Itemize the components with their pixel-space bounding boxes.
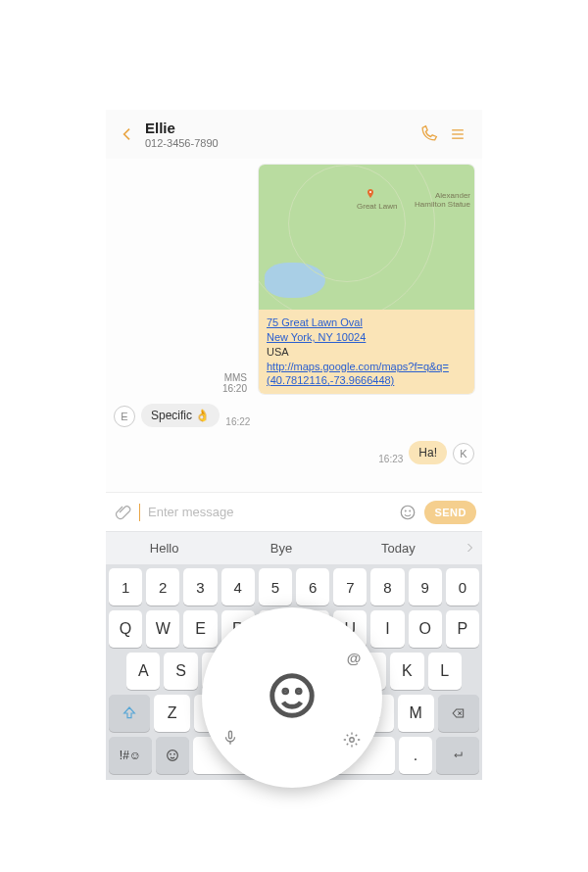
location-address[interactable]: 75 Great Lawn Oval New York, NY 10024 US… (259, 310, 474, 394)
key-3[interactable]: 3 (183, 568, 217, 606)
backspace-key[interactable] (438, 695, 479, 732)
svg-point-12 (272, 676, 313, 716)
enter-key[interactable] (436, 737, 479, 774)
backspace-icon (450, 706, 467, 720)
svg-point-3 (369, 191, 371, 193)
shift-icon (122, 705, 137, 721)
symbols-key[interactable]: !#☺ (109, 737, 152, 774)
key-e[interactable]: E (183, 610, 217, 648)
period-key[interactable]: . (399, 737, 432, 774)
map-pin-label: Great Lawn (357, 202, 397, 211)
key-0[interactable]: 0 (446, 568, 479, 606)
contact-title-block[interactable]: Ellie 012-3456-7890 (145, 120, 414, 149)
enter-icon (449, 749, 466, 762)
key-w[interactable]: W (146, 610, 179, 648)
popup-emoji-option[interactable] (266, 669, 318, 726)
key-8[interactable]: 8 (370, 568, 404, 606)
svg-point-10 (171, 753, 172, 754)
popup-voice-option[interactable] (220, 727, 241, 749)
suggestion-1[interactable]: Hello (106, 541, 222, 556)
key-2[interactable]: 2 (146, 568, 179, 606)
svg-point-14 (297, 690, 300, 693)
key-z[interactable]: Z (154, 695, 190, 732)
key-s[interactable]: S (164, 653, 197, 690)
key-q[interactable]: Q (109, 610, 142, 648)
key-i[interactable]: I (370, 610, 404, 648)
send-button[interactable]: SEND (424, 501, 476, 524)
message-row-outgoing: 16:23 Ha! K (114, 441, 474, 464)
address-line2[interactable]: New York, NY 10024 (267, 330, 466, 345)
mms-label: MMS (224, 372, 247, 383)
microphone-icon (221, 729, 239, 747)
key-1[interactable]: 1 (109, 568, 142, 606)
call-button[interactable] (414, 120, 443, 149)
paperclip-icon (114, 504, 131, 521)
key-6[interactable]: 6 (296, 568, 329, 606)
svg-point-9 (168, 751, 178, 761)
smile-icon (399, 504, 416, 521)
keyboard-longpress-popup[interactable]: @ (202, 607, 382, 788)
contact-name: Ellie (145, 120, 414, 136)
suggestion-more[interactable] (457, 541, 482, 557)
shift-key[interactable] (109, 695, 150, 732)
avatar-outgoing[interactable]: K (453, 443, 474, 464)
smile-icon (266, 669, 318, 722)
phone-icon (418, 124, 438, 144)
outgoing-bubble[interactable]: Ha! (409, 441, 447, 464)
outgoing-time: 16:23 (378, 454, 403, 464)
svg-point-13 (284, 690, 287, 693)
message-input[interactable] (148, 505, 391, 519)
conversation-header: Ellie 012-3456-7890 (106, 110, 482, 159)
key-a[interactable]: A (126, 653, 160, 690)
smile-icon (165, 748, 180, 763)
avatar-incoming[interactable]: E (114, 406, 135, 427)
text-caret (139, 504, 140, 521)
message-composer: SEND (106, 492, 482, 531)
svg-point-4 (402, 506, 416, 519)
suggestion-3[interactable]: Today (340, 541, 457, 556)
chevron-right-icon (464, 542, 475, 554)
back-button[interactable] (116, 122, 139, 146)
svg-point-17 (350, 738, 355, 743)
map-url-line1[interactable]: http://maps.google.com/maps?f=q&q= (267, 360, 466, 374)
attach-button[interactable] (112, 502, 133, 523)
keyboard-row-numbers: 1234567890 (109, 568, 479, 606)
svg-point-6 (410, 510, 411, 511)
message-row-incoming: E Specific 👌 16:22 (114, 404, 474, 427)
popup-at-option[interactable]: @ (343, 647, 365, 668)
location-bubble[interactable]: Great Lawn Alexander Hamilton Statue 75 … (259, 165, 474, 394)
chevron-left-icon (120, 126, 135, 142)
key-9[interactable]: 9 (409, 568, 442, 606)
hamburger-icon (448, 124, 467, 144)
menu-button[interactable] (443, 120, 472, 149)
key-p[interactable]: P (446, 610, 479, 648)
message-row-location: MMS 16:20 Great Lawn Alexander Hamilton … (114, 165, 474, 394)
message-time: 16:20 (222, 383, 247, 394)
key-4[interactable]: 4 (221, 568, 255, 606)
key-7[interactable]: 7 (333, 568, 367, 606)
map-thumbnail[interactable]: Great Lawn Alexander Hamilton Statue (259, 165, 474, 310)
svg-point-5 (406, 510, 407, 511)
address-line1[interactable]: 75 Great Lawn Oval (267, 315, 466, 330)
popup-settings-option[interactable] (341, 729, 363, 751)
messages-area[interactable]: MMS 16:20 Great Lawn Alexander Hamilton … (106, 159, 482, 492)
map-side-label: Alexander Hamilton Statue (415, 192, 470, 210)
key-o[interactable]: O (409, 610, 442, 648)
contact-number: 012-3456-7890 (145, 137, 414, 149)
suggestion-bar: Hello Bye Today (106, 531, 482, 564)
gear-icon (343, 731, 361, 749)
key-m[interactable]: M (398, 695, 434, 732)
incoming-time: 16:22 (225, 416, 250, 427)
key-k[interactable]: K (390, 653, 423, 690)
emoji-button[interactable] (397, 502, 418, 523)
map-url-line2[interactable]: (40.7812116,-73.9666448) (267, 373, 466, 388)
svg-point-11 (174, 753, 175, 754)
svg-rect-15 (229, 731, 232, 739)
key-l[interactable]: L (428, 653, 462, 690)
incoming-bubble[interactable]: Specific 👌 (141, 404, 220, 427)
address-line3: USA (267, 345, 466, 360)
message-meta: MMS 16:20 (222, 372, 247, 394)
suggestion-2[interactable]: Bye (222, 541, 339, 556)
emoji-keyboard-key[interactable] (156, 737, 189, 774)
key-5[interactable]: 5 (259, 568, 292, 606)
